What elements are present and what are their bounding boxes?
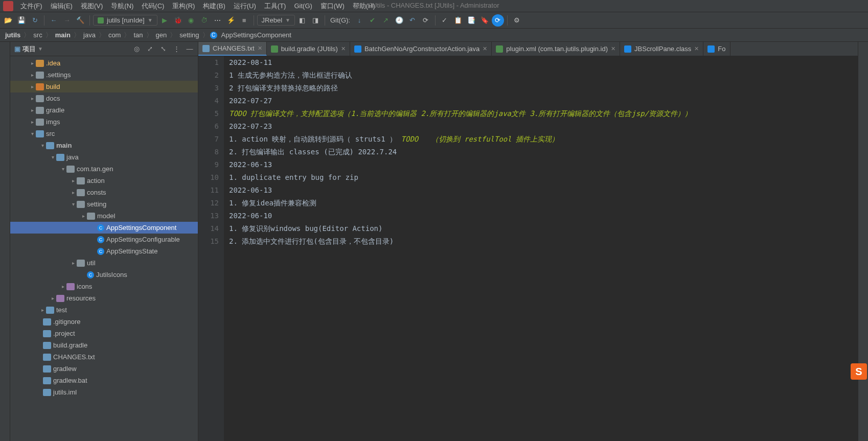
tree-item[interactable]: ▸consts bbox=[10, 187, 198, 198]
menu-file[interactable]: 文件(F) bbox=[16, 1, 47, 12]
vcs-history-icon[interactable]: 🕘 bbox=[393, 14, 405, 27]
chevron-icon[interactable]: ▸ bbox=[70, 178, 77, 183]
menu-code[interactable]: 代码(C) bbox=[138, 1, 168, 12]
plugin-icon-5[interactable]: ⟳ bbox=[492, 14, 504, 27]
chevron-icon[interactable]: ▸ bbox=[29, 107, 36, 113]
plugin-icon-3[interactable]: 📑 bbox=[465, 14, 477, 27]
menu-view[interactable]: 视图(V) bbox=[77, 1, 107, 12]
close-icon[interactable]: ✕ bbox=[258, 45, 262, 52]
editor-tab[interactable]: Fo bbox=[703, 42, 730, 56]
plugin-icon-4[interactable]: 🔖 bbox=[478, 14, 491, 27]
refresh-icon[interactable]: ↻ bbox=[29, 14, 41, 27]
coverage-icon[interactable]: ◉ bbox=[185, 14, 197, 27]
chevron-icon[interactable]: ▸ bbox=[29, 60, 36, 66]
editor-tab[interactable]: CHANGES.txt✕ bbox=[198, 42, 267, 56]
tree-item[interactable]: ▸imgs bbox=[10, 116, 198, 128]
minimize-icon[interactable]: — bbox=[186, 45, 194, 53]
chevron-icon[interactable]: ▾ bbox=[29, 131, 36, 136]
chevron-down-icon[interactable]: ▼ bbox=[38, 46, 43, 52]
stop-icon[interactable]: ■ bbox=[238, 14, 250, 27]
run-icon[interactable]: ▶ bbox=[158, 14, 171, 27]
menu-navigate[interactable]: 导航(N) bbox=[107, 1, 138, 12]
chevron-icon[interactable]: ▾ bbox=[59, 166, 66, 172]
chevron-icon[interactable]: ▸ bbox=[70, 260, 77, 266]
tree-item[interactable]: ▸test bbox=[10, 304, 198, 316]
chevron-icon[interactable]: ▸ bbox=[29, 72, 36, 78]
target-icon[interactable]: ◎ bbox=[132, 45, 141, 53]
close-icon[interactable]: ✕ bbox=[694, 45, 699, 52]
settings-icon[interactable]: ⚙ bbox=[511, 14, 523, 27]
run-config-dropdown[interactable]: jutils [runIde] ▼ bbox=[93, 15, 157, 26]
editor-tab[interactable]: JBScrollPane.class✕ bbox=[620, 42, 703, 56]
tree-item[interactable]: ▸action bbox=[10, 175, 198, 187]
chevron-icon[interactable]: ▸ bbox=[49, 295, 56, 301]
vcs-more-icon[interactable]: ⟳ bbox=[420, 14, 432, 27]
project-tree[interactable]: ▸.idea▸.settings▸build▸docs▸gradle▸imgs▾… bbox=[10, 56, 198, 441]
chevron-icon[interactable]: ▸ bbox=[29, 119, 36, 125]
tree-item[interactable]: ▸util bbox=[10, 257, 198, 269]
chevron-icon[interactable]: ▾ bbox=[39, 143, 46, 148]
tree-item[interactable]: ▸build bbox=[10, 81, 198, 92]
tree-item[interactable]: ▾main bbox=[10, 140, 198, 151]
menu-git[interactable]: Git(G) bbox=[290, 1, 316, 11]
tree-item[interactable]: CJutilsIcons bbox=[10, 269, 198, 281]
tree-item[interactable]: ▾com.tan.gen bbox=[10, 163, 198, 175]
chevron-icon[interactable]: ▾ bbox=[49, 154, 56, 160]
plugin-icon-2[interactable]: 📋 bbox=[452, 14, 464, 27]
more-icon[interactable]: ⋮ bbox=[172, 45, 180, 53]
debug-icon[interactable]: 🐞 bbox=[172, 14, 184, 27]
editor-tab[interactable]: BatchGenNoArgConstructorAction.java✕ bbox=[350, 42, 492, 56]
tree-item[interactable]: CAppSettingsState bbox=[10, 245, 198, 257]
breadcrumb-item[interactable]: tan bbox=[131, 31, 145, 39]
chevron-icon[interactable]: ▾ bbox=[70, 201, 77, 207]
chevron-icon[interactable]: ▸ bbox=[39, 307, 46, 313]
breadcrumb-item[interactable]: src bbox=[31, 31, 44, 39]
code-area[interactable]: 2022-08-111 生成无参构造方法，弹出框进行确认2 打包编译支持替换掉忽… bbox=[224, 56, 858, 441]
tree-item[interactable]: CHANGES.txt bbox=[10, 351, 198, 363]
close-icon[interactable]: ✕ bbox=[483, 45, 487, 52]
tree-item[interactable]: .gitignore bbox=[10, 316, 198, 328]
menu-build[interactable]: 构建(B) bbox=[199, 1, 229, 12]
tree-item[interactable]: CAppSettingsConfigurable bbox=[10, 234, 198, 245]
vcs-revert-icon[interactable]: ↶ bbox=[406, 14, 419, 27]
tree-item[interactable]: ▸.idea bbox=[10, 57, 198, 69]
menu-tools[interactable]: 工具(T) bbox=[260, 1, 290, 12]
collapse-icon[interactable]: ⤡ bbox=[159, 45, 167, 53]
more-icon[interactable]: ⋯ bbox=[212, 14, 224, 27]
editor-tab[interactable]: plugin.xml (com.tan.jutils.plugin.id)✕ bbox=[492, 42, 620, 56]
expand-icon[interactable]: ⤢ bbox=[146, 45, 154, 53]
save-icon[interactable]: 💾 bbox=[15, 14, 28, 27]
forward-icon[interactable]: → bbox=[61, 14, 73, 27]
tree-item[interactable]: gradlew.bat bbox=[10, 375, 198, 386]
breadcrumb-item[interactable]: main bbox=[53, 31, 73, 39]
tree-item[interactable]: build.gradle bbox=[10, 339, 198, 351]
tree-item[interactable]: gradlew bbox=[10, 363, 198, 375]
chevron-icon[interactable]: ▸ bbox=[70, 190, 77, 195]
tree-item[interactable]: ▸resources bbox=[10, 292, 198, 304]
back-icon[interactable]: ← bbox=[48, 14, 60, 27]
attach-icon[interactable]: ⚡ bbox=[225, 14, 237, 27]
tree-item[interactable]: ▾src bbox=[10, 128, 198, 140]
jrebel-icon-2[interactable]: ◨ bbox=[309, 14, 322, 27]
chevron-icon[interactable]: ▸ bbox=[29, 84, 36, 89]
tree-item[interactable]: ▾java bbox=[10, 151, 198, 163]
breadcrumb-item[interactable]: jutils bbox=[3, 31, 22, 39]
jrebel-icon-1[interactable]: ◧ bbox=[296, 14, 308, 27]
vcs-push-icon[interactable]: ↗ bbox=[380, 14, 392, 27]
breadcrumb-item[interactable]: java bbox=[81, 31, 98, 39]
plugin-icon-1[interactable]: ✓ bbox=[439, 14, 451, 27]
tree-item[interactable]: ▾setting bbox=[10, 198, 198, 210]
chevron-icon[interactable]: ▸ bbox=[29, 96, 36, 101]
breadcrumb-item[interactable]: com bbox=[106, 31, 123, 39]
menu-window[interactable]: 窗口(W) bbox=[316, 1, 349, 12]
editor-tab[interactable]: build.gradle (JUtils)✕ bbox=[267, 42, 350, 56]
profile-icon[interactable]: ⏱ bbox=[198, 14, 211, 27]
vcs-update-icon[interactable]: ↓ bbox=[353, 14, 366, 27]
sogou-ime-icon[interactable]: S bbox=[851, 363, 867, 380]
vcs-commit-icon[interactable]: ✔ bbox=[367, 14, 379, 27]
tree-item[interactable]: ▸gradle bbox=[10, 104, 198, 116]
close-icon[interactable]: ✕ bbox=[341, 45, 346, 52]
chevron-icon[interactable]: ▸ bbox=[80, 213, 87, 219]
menu-refactor[interactable]: 重构(R) bbox=[168, 1, 199, 12]
tree-item[interactable]: ▸model bbox=[10, 210, 198, 222]
